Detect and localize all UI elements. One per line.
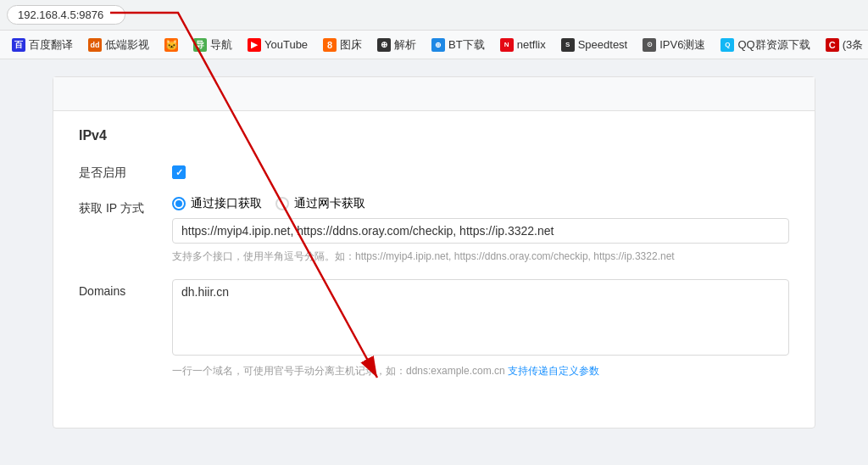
bookmark-nav-label: 导航: [210, 37, 232, 53]
domains-label: Domains: [79, 279, 155, 298]
section-title: IPv4: [79, 128, 789, 143]
analyze-icon: ⊕: [377, 38, 391, 52]
radio-nic[interactable]: 通过网卡获取: [275, 196, 365, 211]
bookmark-baidu[interactable]: 百 百度翻译: [7, 36, 78, 54]
domains-wrapper: dh.hiir.cn: [172, 279, 789, 358]
bookmarks-bar: 百 百度翻译 dd 低端影视 🐱 导 导航 ▶ YouTube 8 图床 ⊕ 解…: [0, 31, 868, 59]
8-icon: 8: [323, 38, 337, 52]
c-icon: C: [826, 38, 839, 52]
bookmark-c[interactable]: C (3条: [821, 36, 868, 54]
address-bar[interactable]: 192.168.4.5:9876: [7, 5, 125, 25]
bookmark-8-label: 图床: [340, 37, 362, 53]
radio-interface[interactable]: 通过接口获取: [172, 196, 262, 211]
bookmark-youtube-label: YouTube: [264, 38, 308, 51]
enabled-control: [172, 160, 789, 179]
dd-icon: dd: [88, 38, 102, 52]
bookmark-cat[interactable]: 🐱: [159, 36, 183, 53]
ip-method-control: 通过接口获取 通过网卡获取 支持多个接口，使用半角逗号分隔。如：https://…: [172, 196, 789, 264]
ip-help-text: 支持多个接口，使用半角逗号分隔。如：https://myip4.ipip.net…: [172, 249, 789, 264]
radio-interface-label: 通过接口获取: [191, 196, 262, 211]
nav-icon: 导: [193, 38, 207, 52]
ip-urls-input[interactable]: [172, 218, 789, 244]
bookmark-qq[interactable]: Q QQ群资源下载: [715, 36, 815, 54]
speedtest-icon: S: [561, 38, 575, 52]
bookmark-youtube[interactable]: ▶ YouTube: [242, 36, 313, 53]
ip-method-row: 获取 IP 方式 通过接口获取 通过网卡获取 支持多个接口，使用半角逗号分隔: [79, 196, 789, 264]
bookmark-ipv6[interactable]: ⊙ IPV6测速: [637, 36, 710, 54]
bookmark-baidu-label: 百度翻译: [29, 37, 73, 53]
page-container: IPv4 是否启用 获取 IP 方式 通过接口获取: [53, 76, 815, 429]
bookmark-netflix-label: netflix: [517, 38, 546, 51]
browser-bar: 192.168.4.5:9876: [0, 0, 868, 31]
domains-textarea[interactable]: dh.hiir.cn: [172, 279, 789, 356]
ipv6-icon: ⊙: [643, 38, 656, 52]
qq-icon: Q: [721, 38, 734, 52]
form-section: IPv4 是否启用 获取 IP 方式 通过接口获取: [53, 111, 815, 411]
bookmark-dd-label: 低端影视: [105, 37, 149, 53]
bookmark-netflix[interactable]: N netflix: [495, 36, 551, 53]
bookmark-analyze-label: 解析: [394, 37, 416, 53]
bookmark-c-label: (3条: [843, 37, 864, 53]
bookmark-bt-label: BT下载: [448, 37, 485, 53]
bookmark-nav[interactable]: 导 导航: [188, 36, 237, 54]
radio-nic-label: 通过网卡获取: [294, 196, 365, 211]
domains-help-link[interactable]: 支持传递自定义参数: [508, 365, 599, 377]
bookmark-speedtest-label: Speedtest: [578, 38, 628, 51]
bookmark-bt[interactable]: ⊕ BT下载: [426, 36, 490, 54]
cat-icon: 🐱: [164, 38, 178, 52]
ip-method-radio-group: 通过接口获取 通过网卡获取: [172, 196, 789, 211]
enabled-row: 是否启用: [79, 160, 789, 181]
baidu-icon: 百: [12, 38, 25, 52]
netflix-icon: N: [500, 38, 514, 52]
bt-icon: ⊕: [431, 38, 445, 52]
bookmark-dd[interactable]: dd 低端影视: [83, 36, 154, 54]
top-bar: [53, 77, 815, 111]
bookmark-ipv6-label: IPV6测速: [659, 37, 705, 53]
domains-help: 一行一个域名，可使用官号手动分离主机记录，如：ddns:example.com.…: [172, 363, 789, 378]
enabled-checkbox[interactable]: [172, 165, 186, 179]
domains-row: Domains dh.hiir.cn 一行一个域名，可使用官号手动分离主机记录，…: [79, 279, 789, 378]
enabled-label: 是否启用: [79, 160, 155, 181]
radio-nic-dot: [275, 197, 289, 210]
domains-control: dh.hiir.cn 一行一个域名，可使用官号手动分离主机记录，如：ddns:e…: [172, 279, 789, 378]
youtube-icon: ▶: [248, 38, 261, 52]
main-content: IPv4 是否启用 获取 IP 方式 通过接口获取: [0, 59, 868, 465]
bookmark-analyze[interactable]: ⊕ 解析: [372, 36, 421, 54]
bookmark-qq-label: QQ群资源下载: [737, 37, 810, 53]
radio-interface-dot: [172, 197, 186, 210]
domains-help-prefix: 一行一个域名，可使用官号手动分离主机记录，如：ddns:example.com.…: [172, 365, 505, 377]
bookmark-speedtest[interactable]: S Speedtest: [556, 36, 633, 53]
ip-method-label: 获取 IP 方式: [79, 196, 155, 216]
bookmark-8[interactable]: 8 图床: [318, 36, 367, 54]
